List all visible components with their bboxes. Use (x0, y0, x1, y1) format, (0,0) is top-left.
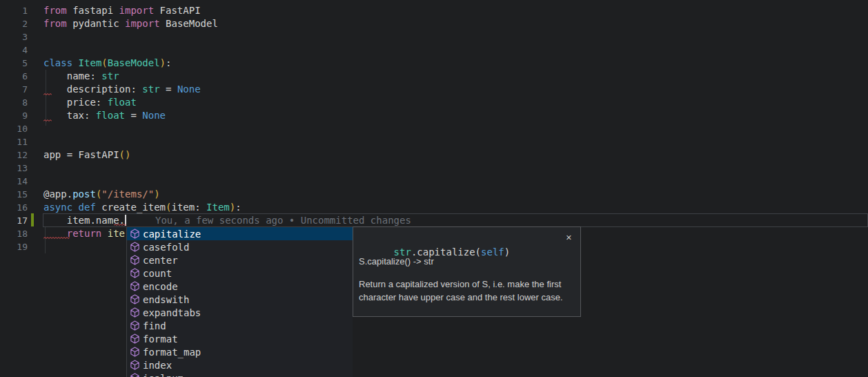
line-number[interactable]: 13 (0, 162, 28, 175)
signature: str.capitalize(self) (394, 246, 511, 258)
code-line[interactable]: from fastapi import FastAPI (43, 4, 241, 17)
line-number[interactable]: 12 (0, 148, 28, 162)
code-line[interactable] (43, 135, 241, 148)
code-line[interactable] (43, 122, 241, 135)
code-line[interactable]: from pydantic import BaseModel (43, 17, 241, 30)
code-line[interactable] (43, 30, 241, 44)
suggestion-item[interactable]: format (127, 332, 353, 345)
code-token: def (79, 202, 96, 213)
code-token: Item (79, 57, 102, 68)
line-number[interactable]: 14 (0, 175, 28, 188)
code-token (101, 228, 107, 239)
line-number[interactable]: 6 (0, 70, 28, 83)
line-number[interactable]: 15 (0, 188, 28, 201)
code-token: import (119, 5, 155, 16)
code-token: import (125, 18, 160, 29)
symbol-method-icon (130, 268, 140, 278)
git-blame-annotation: You, a few seconds ago • Uncommitted cha… (155, 213, 411, 227)
code-line[interactable]: price: float (43, 96, 241, 109)
error-squiggle (43, 119, 52, 122)
line-number[interactable]: 3 (0, 30, 28, 44)
suggestion-label: encode (143, 281, 178, 292)
suggestion-label: find (143, 320, 166, 331)
code-token: description: (43, 84, 142, 95)
code-token: ) (154, 188, 159, 200)
error-squiggle (43, 236, 70, 240)
code-line[interactable]: async def create_item(item: Item): (43, 201, 241, 214)
code-token: from (43, 18, 67, 29)
line-number[interactable]: 10 (0, 122, 28, 135)
suggestion-label: expandtabs (143, 307, 201, 318)
code-token: FastAPI (154, 5, 200, 16)
symbol-method-icon (130, 281, 140, 291)
code-token: None (142, 110, 166, 121)
suggestion-item[interactable]: format_map (127, 345, 353, 358)
close-icon[interactable]: ✕ (566, 233, 572, 242)
code-token: create_item (96, 202, 166, 213)
code-token: ) (160, 57, 166, 68)
symbol-method-icon (130, 334, 140, 344)
line-number[interactable]: 8 (0, 96, 28, 109)
suggestion-item[interactable]: endswith (127, 293, 353, 306)
suggestion-item[interactable]: expandtabs (127, 306, 353, 319)
suggestion-item[interactable]: index (127, 358, 353, 371)
code-token: str (142, 84, 159, 95)
suggestion-label: endswith (143, 294, 189, 305)
line-number[interactable]: 1 (0, 4, 28, 17)
code-line[interactable]: class Item(BaseModel): (43, 57, 241, 70)
suggestion-item[interactable]: capitalize (127, 227, 353, 240)
suggestion-label: casefold (143, 242, 189, 253)
suggestion-item[interactable]: find (127, 319, 353, 332)
gutter-modified-indicator (31, 213, 34, 226)
code-token: () (119, 149, 131, 160)
symbol-method-icon (130, 360, 140, 370)
code-line[interactable]: tax: float = None (43, 109, 241, 122)
symbol-method-icon (130, 373, 140, 377)
line-number[interactable]: 4 (0, 44, 28, 57)
autocomplete-suggestion-list: capitalize casefold center count encode … (126, 226, 353, 377)
suggestion-item[interactable]: isalnum (127, 371, 353, 377)
code-line[interactable] (43, 162, 241, 175)
line-number[interactable]: 5 (0, 57, 28, 70)
line-number[interactable]: 16 (0, 201, 28, 214)
suggestion-item[interactable]: encode (127, 280, 353, 293)
code-token: = (160, 84, 177, 95)
symbol-method-icon (130, 347, 140, 357)
code-token: name: (43, 70, 101, 81)
suggestion-item[interactable]: count (127, 267, 353, 280)
code-token: = (125, 110, 142, 121)
code-token: self (481, 246, 504, 258)
code-token: : (235, 202, 241, 213)
code-token: BaseModel (108, 57, 160, 68)
code-token: float (108, 97, 137, 108)
code-token: : (166, 57, 171, 68)
line-number[interactable]: 19 (0, 240, 28, 253)
code-token: item: (171, 202, 206, 213)
line-number[interactable]: 9 (0, 109, 28, 122)
line-number[interactable]: 11 (0, 135, 28, 148)
suggestion-label: center (143, 255, 178, 266)
code-token: async (43, 202, 72, 213)
suggestion-label: index (143, 360, 172, 371)
suggestion-item[interactable]: casefold (127, 240, 353, 253)
code-line[interactable]: app = FastAPI() (43, 148, 241, 162)
code-line[interactable] (43, 44, 241, 57)
line-number[interactable]: 2 (0, 17, 28, 30)
code-token: ) (504, 246, 510, 258)
symbol-method-icon (130, 255, 140, 265)
line-number[interactable]: 18 (0, 227, 28, 240)
code-token: BaseModel (160, 18, 218, 29)
line-number[interactable]: 7 (0, 83, 28, 96)
docs-description: Return a capitalized version of S, i.e. … (359, 278, 574, 304)
line-number[interactable]: 17 (0, 214, 28, 227)
code-line[interactable]: @app.post("/items/") (43, 188, 241, 201)
symbol-method-icon (130, 242, 140, 252)
code-line[interactable] (43, 175, 241, 188)
suggestion-docs-panel: str.capitalize(self) ✕ S.capitalize() ->… (353, 226, 581, 317)
code-line[interactable]: description: str = None (43, 83, 241, 96)
code-token (72, 57, 78, 68)
code-token (72, 202, 78, 213)
suggestion-item[interactable]: center (127, 253, 353, 267)
code-line[interactable]: name: str (43, 70, 241, 83)
suggestion-label: format_map (143, 347, 201, 358)
